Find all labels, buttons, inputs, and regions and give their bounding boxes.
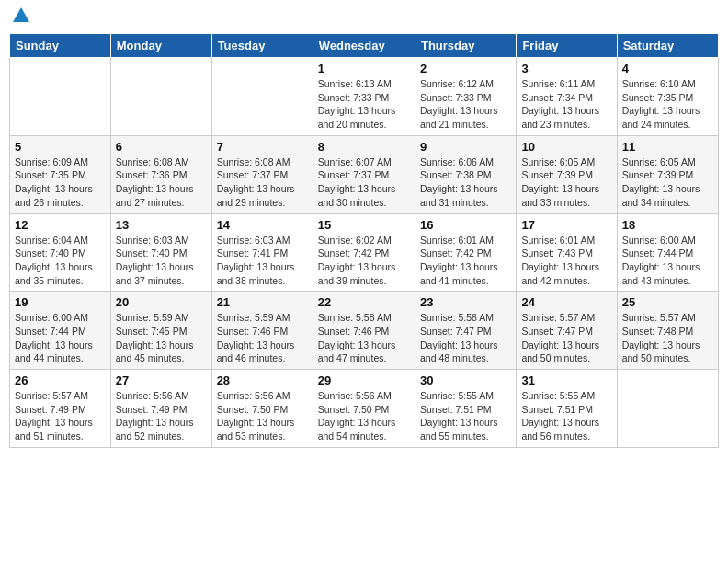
day-number: 2 (420, 62, 511, 75)
cell-content: Sunrise: 6:01 AM Sunset: 7:43 PM Dayligh… (521, 234, 611, 288)
calendar-header-row: SundayMondayTuesdayWednesdayThursdayFrid… (10, 34, 719, 58)
day-number: 11 (622, 140, 713, 154)
day-number: 21 (217, 295, 308, 309)
calendar-cell: 27Sunrise: 5:56 AM Sunset: 7:49 PM Dayli… (110, 370, 211, 448)
day-number: 22 (318, 295, 410, 309)
day-number: 27 (116, 373, 207, 387)
cell-content: Sunrise: 6:13 AM Sunset: 7:33 PM Dayligh… (318, 77, 410, 132)
day-number: 20 (116, 295, 207, 309)
day-number: 25 (622, 295, 713, 309)
cell-content: Sunrise: 5:58 AM Sunset: 7:46 PM Dayligh… (318, 311, 410, 365)
cell-content: Sunrise: 6:08 AM Sunset: 7:36 PM Dayligh… (116, 155, 207, 210)
cell-content: Sunrise: 6:06 AM Sunset: 7:38 PM Dayligh… (420, 155, 511, 210)
calendar-cell: 23Sunrise: 5:58 AM Sunset: 7:47 PM Dayli… (415, 292, 516, 370)
calendar-cell: 4Sunrise: 6:10 AM Sunset: 7:35 PM Daylig… (617, 58, 718, 136)
cell-content: Sunrise: 5:59 AM Sunset: 7:46 PM Dayligh… (217, 311, 308, 365)
calendar-cell: 18Sunrise: 6:00 AM Sunset: 7:44 PM Dayli… (617, 213, 718, 292)
cell-content: Sunrise: 5:58 AM Sunset: 7:47 PM Dayligh… (420, 311, 511, 365)
day-number: 3 (521, 62, 611, 75)
cell-content: Sunrise: 6:00 AM Sunset: 7:44 PM Dayligh… (15, 311, 106, 365)
cell-content: Sunrise: 6:03 AM Sunset: 7:41 PM Dayligh… (217, 234, 308, 288)
day-number: 15 (318, 218, 410, 232)
calendar-cell: 17Sunrise: 6:01 AM Sunset: 7:43 PM Dayli… (517, 213, 617, 292)
calendar-cell: 25Sunrise: 5:57 AM Sunset: 7:48 PM Dayli… (617, 292, 718, 370)
calendar-cell (10, 58, 111, 136)
cell-content: Sunrise: 6:05 AM Sunset: 7:39 PM Dayligh… (622, 155, 713, 210)
calendar-cell: 19Sunrise: 6:00 AM Sunset: 7:44 PM Dayli… (10, 292, 111, 370)
day-number: 14 (217, 218, 308, 232)
page-header (9, 9, 719, 26)
column-header-sunday: Sunday (10, 34, 111, 58)
calendar-cell: 11Sunrise: 6:05 AM Sunset: 7:39 PM Dayli… (617, 135, 718, 213)
day-number: 23 (420, 295, 511, 309)
day-number: 17 (521, 218, 611, 232)
logo-icon (11, 6, 31, 26)
day-number: 26 (15, 373, 106, 387)
calendar-cell: 13Sunrise: 6:03 AM Sunset: 7:40 PM Dayli… (110, 213, 211, 292)
day-number: 12 (15, 218, 106, 232)
calendar-cell: 29Sunrise: 5:56 AM Sunset: 7:50 PM Dayli… (313, 370, 415, 448)
cell-content: Sunrise: 6:07 AM Sunset: 7:37 PM Dayligh… (318, 155, 410, 210)
day-number: 28 (217, 373, 308, 387)
day-number: 4 (622, 62, 713, 75)
calendar-week-row: 1Sunrise: 6:13 AM Sunset: 7:33 PM Daylig… (10, 58, 719, 136)
cell-content: Sunrise: 5:56 AM Sunset: 7:49 PM Dayligh… (116, 389, 207, 443)
day-number: 19 (15, 295, 106, 309)
calendar-cell: 2Sunrise: 6:12 AM Sunset: 7:33 PM Daylig… (415, 58, 516, 136)
column-header-friday: Friday (517, 34, 617, 58)
column-header-saturday: Saturday (617, 34, 718, 58)
calendar-cell: 15Sunrise: 6:02 AM Sunset: 7:42 PM Dayli… (313, 213, 415, 292)
calendar-week-row: 26Sunrise: 5:57 AM Sunset: 7:49 PM Dayli… (10, 370, 719, 448)
calendar-cell: 31Sunrise: 5:55 AM Sunset: 7:51 PM Dayli… (517, 370, 617, 448)
day-number: 18 (622, 218, 713, 232)
calendar-week-row: 19Sunrise: 6:00 AM Sunset: 7:44 PM Dayli… (10, 292, 719, 370)
cell-content: Sunrise: 5:57 AM Sunset: 7:47 PM Dayligh… (521, 311, 611, 365)
cell-content: Sunrise: 5:59 AM Sunset: 7:45 PM Dayligh… (116, 311, 207, 365)
calendar-cell: 5Sunrise: 6:09 AM Sunset: 7:35 PM Daylig… (10, 135, 111, 213)
cell-content: Sunrise: 6:09 AM Sunset: 7:35 PM Dayligh… (15, 155, 106, 210)
day-number: 24 (521, 295, 611, 309)
cell-content: Sunrise: 5:56 AM Sunset: 7:50 PM Dayligh… (217, 389, 308, 443)
calendar-cell (110, 58, 211, 136)
cell-content: Sunrise: 5:55 AM Sunset: 7:51 PM Dayligh… (521, 389, 611, 443)
calendar-cell: 10Sunrise: 6:05 AM Sunset: 7:39 PM Dayli… (517, 135, 617, 213)
day-number: 29 (318, 373, 410, 387)
day-number: 31 (521, 373, 611, 387)
cell-content: Sunrise: 6:05 AM Sunset: 7:39 PM Dayligh… (521, 155, 611, 210)
cell-content: Sunrise: 6:03 AM Sunset: 7:40 PM Dayligh… (116, 234, 207, 288)
day-number: 1 (318, 62, 410, 75)
calendar-cell: 24Sunrise: 5:57 AM Sunset: 7:47 PM Dayli… (517, 292, 617, 370)
day-number: 30 (420, 373, 511, 387)
calendar-cell: 28Sunrise: 5:56 AM Sunset: 7:50 PM Dayli… (211, 370, 313, 448)
column-header-thursday: Thursday (415, 34, 516, 58)
column-header-wednesday: Wednesday (313, 34, 415, 58)
calendar-cell (211, 58, 313, 136)
calendar-cell: 3Sunrise: 6:11 AM Sunset: 7:34 PM Daylig… (517, 58, 617, 136)
cell-content: Sunrise: 6:04 AM Sunset: 7:40 PM Dayligh… (15, 234, 106, 288)
day-number: 10 (521, 140, 611, 154)
calendar-cell: 26Sunrise: 5:57 AM Sunset: 7:49 PM Dayli… (10, 370, 111, 448)
calendar-cell: 6Sunrise: 6:08 AM Sunset: 7:36 PM Daylig… (110, 135, 211, 213)
calendar-cell: 30Sunrise: 5:55 AM Sunset: 7:51 PM Dayli… (415, 370, 516, 448)
cell-content: Sunrise: 6:11 AM Sunset: 7:34 PM Dayligh… (521, 77, 611, 132)
calendar-week-row: 12Sunrise: 6:04 AM Sunset: 7:40 PM Dayli… (10, 213, 719, 292)
calendar-cell: 14Sunrise: 6:03 AM Sunset: 7:41 PM Dayli… (211, 213, 313, 292)
cell-content: Sunrise: 5:57 AM Sunset: 7:49 PM Dayligh… (15, 389, 106, 443)
calendar-cell: 21Sunrise: 5:59 AM Sunset: 7:46 PM Dayli… (211, 292, 313, 370)
calendar-cell: 22Sunrise: 5:58 AM Sunset: 7:46 PM Dayli… (313, 292, 415, 370)
cell-content: Sunrise: 6:00 AM Sunset: 7:44 PM Dayligh… (622, 234, 713, 288)
cell-content: Sunrise: 5:57 AM Sunset: 7:48 PM Dayligh… (622, 311, 713, 365)
calendar-cell (617, 370, 718, 448)
calendar-week-row: 5Sunrise: 6:09 AM Sunset: 7:35 PM Daylig… (10, 135, 719, 213)
day-number: 16 (420, 218, 511, 232)
cell-content: Sunrise: 5:55 AM Sunset: 7:51 PM Dayligh… (420, 389, 511, 443)
cell-content: Sunrise: 6:01 AM Sunset: 7:42 PM Dayligh… (420, 234, 511, 288)
cell-content: Sunrise: 6:12 AM Sunset: 7:33 PM Dayligh… (420, 77, 511, 132)
logo (9, 9, 31, 26)
day-number: 9 (420, 140, 511, 154)
calendar-cell: 7Sunrise: 6:08 AM Sunset: 7:37 PM Daylig… (211, 135, 313, 213)
calendar-cell: 12Sunrise: 6:04 AM Sunset: 7:40 PM Dayli… (10, 213, 111, 292)
calendar-table: SundayMondayTuesdayWednesdayThursdayFrid… (9, 33, 719, 448)
cell-content: Sunrise: 5:56 AM Sunset: 7:50 PM Dayligh… (318, 389, 410, 443)
day-number: 7 (217, 140, 308, 154)
